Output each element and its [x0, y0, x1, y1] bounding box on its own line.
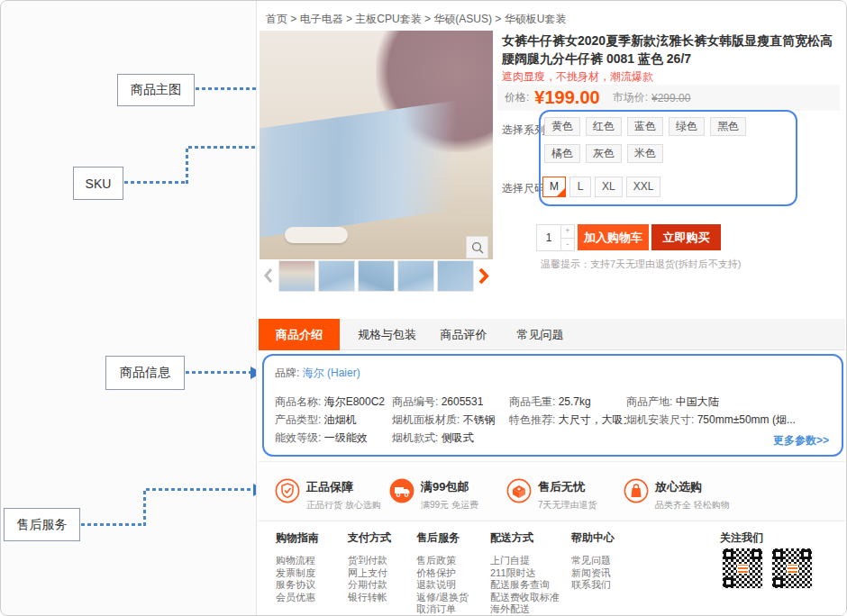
- market-price-label: 市场价:: [613, 90, 648, 105]
- footer-link[interactable]: 配送服务查询: [490, 579, 560, 592]
- size-chip[interactable]: M: [542, 177, 566, 197]
- spec-cell: 能效等级: 一级能效: [275, 430, 392, 448]
- annotation-label-after-sales: 售后服务: [4, 508, 80, 541]
- spec-cell: 产品类型: 油烟机: [275, 412, 392, 430]
- annotation-arrow-product-info: [186, 371, 250, 374]
- color-chip[interactable]: 绿色: [669, 117, 705, 136]
- footer-link[interactable]: 退款说明: [416, 579, 469, 592]
- more-params-link[interactable]: 更多参数>>: [773, 433, 829, 448]
- footer-col-title: 帮助中心: [571, 530, 615, 546]
- color-chip[interactable]: 红色: [586, 117, 622, 136]
- footer-link[interactable]: 银行转帐: [348, 592, 391, 604]
- footer-link[interactable]: 服务协议: [276, 579, 319, 592]
- quantity-decrease-button[interactable]: -: [561, 239, 574, 251]
- service-title: 正品保障: [306, 479, 381, 495]
- color-chip[interactable]: 米色: [627, 144, 663, 163]
- detail-tab[interactable]: 商品介绍: [259, 319, 340, 350]
- size-options: MLXLXXL: [542, 177, 664, 197]
- size-chip[interactable]: XXL: [626, 177, 661, 197]
- qr-logo: [787, 564, 798, 574]
- footer-col-title: 售后服务: [416, 530, 469, 546]
- price-label: 价格:: [505, 90, 529, 105]
- detail-tabs: 商品介绍规格与包装商品评价常见问题: [259, 319, 845, 350]
- product-title: 女裤牛仔裤女2020夏季新款泫雅长裤女韩版显瘦直筒宽松高腰阔腿九分牛仔裤 008…: [502, 32, 842, 68]
- annotation-arrow-after-sales: [146, 488, 253, 491]
- footer-col-title: 购物指南: [276, 530, 319, 546]
- thumbnail[interactable]: [358, 260, 395, 292]
- footer-link[interactable]: 购物流程: [276, 555, 319, 567]
- color-chip[interactable]: 黑色: [710, 117, 746, 136]
- footer-link[interactable]: 货到付款: [348, 555, 391, 567]
- detail-tab[interactable]: 常见问题: [502, 319, 578, 350]
- series-label: 选择系列:: [502, 122, 548, 138]
- detail-tab[interactable]: 规格与包装: [349, 319, 425, 350]
- footer-col-delivery: 配送方式 上门自提211限时达配送服务查询配送费收取标准海外配送: [490, 530, 560, 616]
- footer-link[interactable]: 海外配送: [490, 603, 560, 616]
- footer-link[interactable]: 211限时达: [490, 567, 560, 580]
- brand-link[interactable]: 海尔 (Haier): [303, 367, 360, 379]
- footer-link[interactable]: 联系我们: [571, 579, 615, 592]
- thumbnail-prev-icon[interactable]: [263, 265, 276, 286]
- footer-link[interactable]: 发票制度: [276, 567, 319, 580]
- footer-link[interactable]: 分期付款: [348, 579, 391, 592]
- color-chip[interactable]: 蓝色: [627, 117, 663, 136]
- annotation-arrow-sku: [186, 147, 188, 184]
- quantity-increase-button[interactable]: +: [561, 225, 574, 239]
- color-chip[interactable]: 黄色: [544, 117, 580, 136]
- service-badge-shipping: 满99包邮 满99元 免运费: [389, 478, 478, 512]
- brand-label: 品牌:: [275, 367, 299, 379]
- footer-col-title: 关注我们: [720, 530, 763, 546]
- product-page-panel: 首页 > 电子电器 > 主板CPU套装 > 华硕(ASUS) > 华硕板U套装 …: [256, 1, 847, 615]
- add-to-cart-button[interactable]: 加入购物车: [578, 224, 649, 250]
- footer-link[interactable]: 取消订单: [416, 603, 469, 616]
- breadcrumb[interactable]: 首页 > 电子电器 > 主板CPU套装 > 华硕(ASUS) > 华硕板U套装: [266, 12, 566, 27]
- product-photo-jeans: [260, 100, 473, 240]
- spec-cell: 商品名称: 海尔E800C2: [275, 394, 392, 412]
- product-spec-grid: 商品名称: 海尔E800C2 商品编号: 2605531 商品毛重: 25.7k…: [275, 394, 831, 448]
- service-badge-assured: 放心选购 品类齐全 轻松购物: [624, 478, 730, 512]
- thumbnail-next-icon[interactable]: [478, 265, 490, 286]
- brand-row: 品牌: 海尔 (Haier): [275, 366, 831, 381]
- color-chip[interactable]: 橘色: [544, 144, 580, 163]
- service-badges-row: 正品保障 正品行货 放心选购 满99包邮 满99元 免运费 售后无忧 7天无理由…: [259, 461, 845, 521]
- service-badge-authentic: 正品保障 正品行货 放心选购: [275, 478, 381, 512]
- footer-link[interactable]: 价格保护: [416, 567, 469, 580]
- gift-box-icon: [506, 478, 532, 503]
- footer-col-title: 支付方式: [348, 530, 391, 546]
- quantity-value[interactable]: 1: [537, 225, 560, 250]
- footer-col-aftersales: 售后服务 售后政策价格保护退款说明返修/退换货取消订单: [416, 530, 469, 616]
- footer-link[interactable]: 常见问题: [571, 555, 615, 567]
- footer-link[interactable]: 配送费收取标准: [490, 592, 560, 604]
- product-info-section: 品牌: 海尔 (Haier) 商品名称: 海尔E800C2 商品编号: 2605…: [262, 354, 843, 457]
- footer-link[interactable]: 返修/退换货: [416, 592, 469, 604]
- thumbnail[interactable]: [318, 260, 355, 292]
- annotation-arrow-after-sales: [143, 489, 146, 526]
- shield-badge-icon: [275, 478, 300, 503]
- spec-cell: 商品毛重: 25.7kg: [509, 394, 626, 412]
- footer-link[interactable]: 售后政策: [416, 555, 469, 567]
- size-label: 选择尺码:: [502, 181, 548, 196]
- annotation-arrow-sku: [124, 181, 188, 184]
- magnifier-icon[interactable]: [466, 236, 488, 258]
- footer-link[interactable]: 网上支付: [348, 567, 391, 580]
- thumbnail-strip: [278, 260, 474, 292]
- thumbnail[interactable]: [278, 260, 315, 292]
- size-chip[interactable]: XL: [595, 177, 623, 197]
- footer-link[interactable]: 上门自提: [490, 555, 560, 567]
- size-chip[interactable]: L: [569, 177, 591, 197]
- thumbnail[interactable]: [437, 260, 474, 292]
- color-chip[interactable]: 灰色: [586, 144, 622, 163]
- product-photo-sandal: [285, 227, 348, 243]
- product-promo-text: 遮肉显瘦，不挑身材，潮流爆款: [502, 69, 653, 85]
- footer-link[interactable]: 新闻资讯: [571, 567, 615, 580]
- site-footer: 购物指南 购物流程发票制度服务协议会员优惠 支付方式 货到付款网上支付分期付款银…: [259, 522, 845, 615]
- footer-col-follow-us: 关注我们: [720, 530, 763, 546]
- detail-tab[interactable]: 商品评价: [425, 319, 502, 350]
- annotation-label-main-image: 商品主图: [117, 74, 195, 106]
- return-policy-tip: 温馨提示：支持7天无理由退货(拆封后不支持): [541, 258, 741, 271]
- footer-link[interactable]: 会员优惠: [276, 592, 319, 604]
- product-main-image[interactable]: [260, 31, 493, 259]
- buy-now-button[interactable]: 立即购买: [651, 224, 721, 250]
- thumbnail[interactable]: [397, 260, 434, 292]
- service-subtitle: 满99元 免运费: [421, 499, 478, 512]
